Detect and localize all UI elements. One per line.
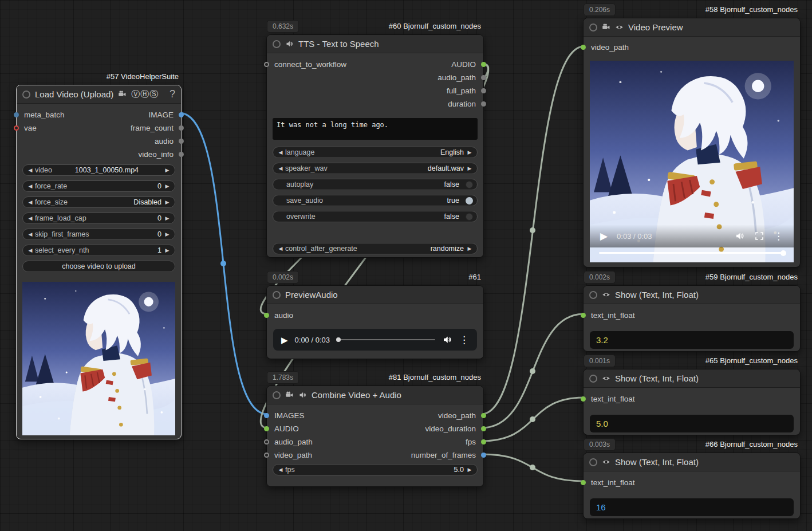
play-icon[interactable]: ▶ <box>281 336 288 344</box>
node-id-badge: #60 Bjornulf_custom_nodes <box>387 21 483 32</box>
kebab-menu-icon[interactable]: ⋮ <box>774 231 783 241</box>
node-title: Combine Video + Audio <box>312 390 401 400</box>
slot-label: meta_batch <box>24 108 65 121</box>
node-58-video-preview[interactable]: 0.206s #58 Bjornulf_custom_nodes Video P… <box>583 18 801 268</box>
collapse-dot[interactable] <box>273 291 281 299</box>
language-combo-widget[interactable]: ◀ language English ▶ <box>273 147 478 158</box>
input-slot-connect-to-workflow[interactable] <box>264 62 269 67</box>
seek-knob[interactable] <box>336 337 341 342</box>
output-slot-video-path[interactable] <box>481 413 486 418</box>
combo-left-arrow-icon[interactable]: ◀ <box>27 247 34 253</box>
combo-right-arrow-icon[interactable]: ▶ <box>466 150 473 155</box>
output-slot-audio[interactable] <box>179 139 184 144</box>
seek-knob[interactable] <box>781 250 786 256</box>
input-slot-vae[interactable] <box>14 125 19 131</box>
node-60-tts[interactable]: 0.632s #60 Bjornulf_custom_nodes TTS - T… <box>266 34 484 258</box>
combo-left-arrow-icon[interactable]: ◀ <box>27 199 34 205</box>
combo-right-arrow-icon[interactable]: ▶ <box>466 467 473 473</box>
overwrite-toggle-widget[interactable]: overwrite false <box>273 211 478 222</box>
input-slot-meta-batch[interactable] <box>14 112 19 117</box>
autoplay-toggle-widget[interactable]: autoplay false <box>273 179 478 190</box>
combo-left-arrow-icon[interactable]: ◀ <box>277 150 284 155</box>
input-slot-audio[interactable] <box>264 313 269 318</box>
video-player[interactable]: ▶ 0:03 / 0:03 ⋮ <box>590 61 794 262</box>
collapse-dot[interactable] <box>22 91 30 99</box>
collapse-dot[interactable] <box>589 375 597 383</box>
fps-number-widget[interactable]: ◀ fps 5.0 ▶ <box>273 464 478 475</box>
combo-left-arrow-icon[interactable]: ◀ <box>27 231 34 237</box>
link-midpoint <box>530 368 535 374</box>
save-audio-toggle-widget[interactable]: save_audio true <box>273 195 478 206</box>
input-slot-video-path[interactable] <box>264 453 269 458</box>
force-size-widget[interactable]: ◀ force_size Disabled ▶ <box>22 196 175 208</box>
node-id-badge: #59 Bjornulf_custom_nodes <box>703 272 800 282</box>
combo-right-arrow-icon[interactable]: ▶ <box>164 231 171 237</box>
audio-player[interactable]: ▶ 0:00 / 0:03 ⋮ <box>273 329 477 351</box>
output-slot-frame-count[interactable] <box>179 125 184 131</box>
input-slot-text-int-float[interactable] <box>581 313 586 318</box>
node-65-show-text-int-float[interactable]: 0.001s #65 Bjornulf_custom_nodes Show (T… <box>583 369 801 435</box>
volume-icon[interactable] <box>442 335 452 345</box>
combo-right-arrow-icon[interactable]: ▶ <box>164 199 171 205</box>
combo-left-arrow-icon[interactable]: ◀ <box>27 183 34 189</box>
combo-right-arrow-icon[interactable]: ▶ <box>164 167 171 173</box>
kebab-menu-icon[interactable]: ⋮ <box>459 335 469 345</box>
combo-right-arrow-icon[interactable]: ▶ <box>466 166 473 171</box>
select-every-nth-widget[interactable]: ◀ select_every_nth 1 ▶ <box>22 245 175 256</box>
control-after-generate-widget[interactable]: ◀ control_after_generate randomize ▶ <box>273 243 478 254</box>
choose-video-upload-button[interactable]: choose video to upload <box>22 261 175 272</box>
collapse-dot[interactable] <box>273 40 281 48</box>
slot-label: vae <box>24 121 37 135</box>
combo-right-arrow-icon[interactable]: ▶ <box>164 247 171 253</box>
output-slot-video-duration[interactable] <box>481 426 486 431</box>
fullscreen-icon[interactable] <box>754 231 764 241</box>
collapse-dot[interactable] <box>589 458 597 466</box>
collapse-dot[interactable] <box>589 23 597 32</box>
speaker-wav-combo-widget[interactable]: ◀ speaker_wav default.wav ▶ <box>273 163 478 174</box>
output-slot-video-info[interactable] <box>179 152 184 157</box>
node-61-preview-audio[interactable]: 0.002s #61 PreviewAudio audio ▶ 0:00 / 0… <box>266 285 484 359</box>
collapse-dot[interactable] <box>589 291 597 299</box>
node-81-combine-video-audio[interactable]: 1.783s #81 Bjornulf_custom_nodes Combine… <box>266 386 484 487</box>
play-icon[interactable]: ▶ <box>600 231 608 241</box>
frame-load-cap-widget[interactable]: ◀ frame_load_cap 0 ▶ <box>22 213 175 224</box>
combo-left-arrow-icon[interactable]: ◀ <box>277 246 284 251</box>
output-slot-full-path[interactable] <box>481 88 486 93</box>
node-66-show-text-int-float[interactable]: 0.003s #66 Bjornulf_custom_nodes Show (T… <box>583 453 801 519</box>
combo-left-arrow-icon[interactable]: ◀ <box>277 467 284 473</box>
tts-text-input[interactable]: It was not a long time ago. <box>273 118 478 140</box>
combo-left-arrow-icon[interactable]: ◀ <box>27 215 34 221</box>
toggle-off-icon[interactable] <box>466 213 473 221</box>
input-slot-images[interactable] <box>264 413 269 418</box>
collapse-dot[interactable] <box>273 391 281 399</box>
output-slot-fps[interactable] <box>481 439 486 445</box>
input-slot-audio[interactable] <box>264 426 269 431</box>
toggle-on-icon[interactable] <box>466 197 473 204</box>
video-combo-widget[interactable]: ◀ video 1003_1_00050.mp4 ▶ <box>22 164 175 176</box>
output-slot-audio[interactable] <box>481 62 486 67</box>
slot-label: number_of_frames <box>411 449 476 462</box>
input-slot-text-int-float[interactable] <box>581 480 586 485</box>
combo-left-arrow-icon[interactable]: ◀ <box>277 166 284 171</box>
input-slot-video-path[interactable] <box>581 45 586 50</box>
audio-seek-bar[interactable] <box>337 339 435 340</box>
node-57-load-video[interactable]: #57 VideoHelperSuite Load Video (Upload)… <box>16 85 182 439</box>
help-icon[interactable]: ? <box>170 88 175 100</box>
combo-right-arrow-icon[interactable]: ▶ <box>164 183 171 189</box>
input-slot-audio-path[interactable] <box>264 439 269 445</box>
combo-right-arrow-icon[interactable]: ▶ <box>164 215 171 221</box>
output-slot-audio-path[interactable] <box>481 75 486 80</box>
combo-right-arrow-icon[interactable]: ▶ <box>466 246 473 251</box>
combo-left-arrow-icon[interactable]: ◀ <box>27 167 34 173</box>
node-59-show-text-int-float[interactable]: 0.002s #59 Bjornulf_custom_nodes Show (T… <box>583 285 801 352</box>
volume-icon[interactable] <box>735 231 745 241</box>
output-slot-duration[interactable] <box>481 101 486 107</box>
video-seek-bar[interactable] <box>599 252 785 254</box>
force-rate-widget[interactable]: ◀ force_rate 0 ▶ <box>22 180 175 192</box>
output-slot-image[interactable] <box>179 112 184 117</box>
toggle-off-icon[interactable] <box>466 181 473 188</box>
input-slot-text-int-float[interactable] <box>581 396 586 402</box>
skip-first-frames-widget[interactable]: ◀ skip_first_frames 0 ▶ <box>22 229 175 240</box>
node-graph-canvas[interactable]: #57 VideoHelperSuite Load Video (Upload)… <box>0 0 812 531</box>
output-slot-number-of-frames[interactable] <box>481 453 486 458</box>
